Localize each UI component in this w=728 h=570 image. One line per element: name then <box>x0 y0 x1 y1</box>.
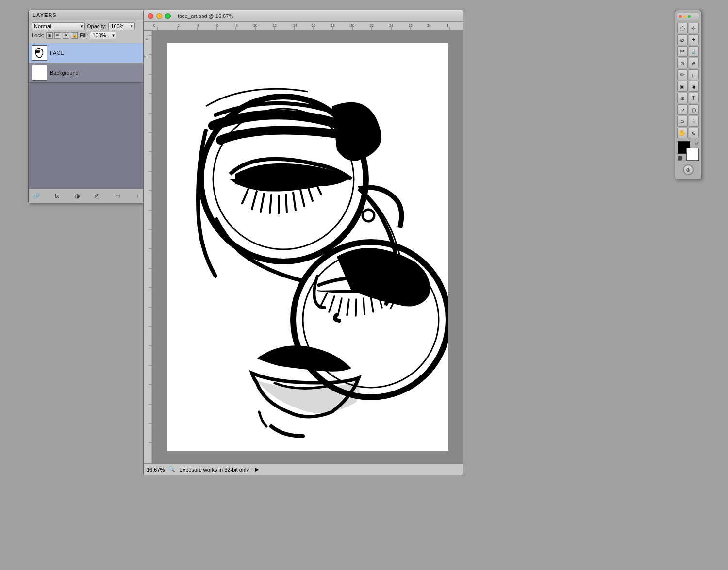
gradient-tool[interactable]: ▣ <box>677 81 688 92</box>
face-artwork-svg <box>167 43 448 451</box>
svg-rect-2 <box>152 22 463 31</box>
canvas-title: face_art.psd @ 16.67% <box>178 13 233 19</box>
svg-text:22: 22 <box>370 24 374 27</box>
svg-text:12: 12 <box>273 24 277 27</box>
ruler-top: 0 2 4 6 8 10 12 14 16 18 20 <box>152 22 463 31</box>
quick-mask-icon: ◎ <box>686 167 690 172</box>
tools-panel: ◌ ⊹ ⌀ ✦ ✂ 🔬 ⊙ ⊕ ✏ ◻ ▣ ◉ ⊞ T ↗ ▢ ⊃ ⌇ ✋ ⊕ … <box>675 10 701 179</box>
tools-minimize[interactable] <box>683 15 686 18</box>
opacity-label: Opacity: <box>87 23 106 29</box>
zoom-tool[interactable]: ⊕ <box>689 128 699 138</box>
tool-row-6: ▣ ◉ <box>677 81 699 92</box>
status-message: Exposure works in 32-bit only <box>179 467 249 472</box>
tool-row-2: ⌀ ✦ <box>677 34 699 45</box>
fill-input[interactable] <box>90 32 116 39</box>
path-select-tool[interactable]: ↗ <box>677 104 688 115</box>
brush-tool[interactable]: ✏ <box>677 69 688 80</box>
svg-text:16: 16 <box>312 24 315 27</box>
svg-text:14: 14 <box>293 24 297 27</box>
svg-text:8: 8 <box>236 24 238 27</box>
fill-label: Fill: <box>80 33 88 38</box>
tool-row-5: ✏ ◻ <box>677 69 699 80</box>
lock-pixels[interactable]: ✏ <box>54 32 61 39</box>
ruler-corner <box>144 22 152 31</box>
zoom-level: 16.67% <box>147 467 165 472</box>
canvas-document[interactable] <box>152 31 463 463</box>
svg-point-1 <box>36 50 40 53</box>
layers-panel-title: LAYERS <box>33 12 57 18</box>
blur-tool[interactable]: ◉ <box>689 81 699 92</box>
eyedropper-tool[interactable]: 🔬 <box>689 46 699 57</box>
eraser-tool[interactable]: ◻ <box>689 69 699 80</box>
fill-wrapper: ▼ <box>90 32 116 39</box>
tool-row-4: ⊙ ⊕ <box>677 58 699 68</box>
svg-text:3: 3 <box>447 24 448 27</box>
tools-close[interactable] <box>679 15 682 18</box>
freeform-pen-tool[interactable]: ⌇ <box>689 116 699 127</box>
svg-rect-36 <box>144 31 152 463</box>
layer-group-button[interactable]: ▭ <box>113 191 122 201</box>
blend-mode-select[interactable]: Normal Multiply Screen <box>32 22 85 30</box>
lock-label: Lock: <box>32 33 44 38</box>
svg-text:2: 2 <box>178 24 180 27</box>
svg-text:0: 0 <box>145 38 149 40</box>
pen-tool[interactable]: ⊃ <box>677 116 688 127</box>
crop-tool[interactable]: ✂ <box>677 46 688 57</box>
minimize-button[interactable] <box>156 13 162 19</box>
tools-titlebar <box>677 13 699 20</box>
dodge-tool[interactable]: ⊞ <box>677 93 688 103</box>
tool-row-1: ◌ ⊹ <box>677 23 699 33</box>
background-color[interactable] <box>686 148 699 161</box>
layer-effects-button[interactable]: fx <box>52 191 62 201</box>
canvas-white-area <box>167 43 448 451</box>
svg-text:6: 6 <box>216 24 218 27</box>
svg-text:0: 0 <box>153 24 155 27</box>
zoom-icon[interactable]: 🔍 <box>168 466 175 472</box>
tool-row-3: ✂ 🔬 <box>677 46 699 57</box>
status-arrow[interactable]: ▶ <box>255 466 259 472</box>
lock-transparency[interactable]: ▣ <box>46 32 53 39</box>
svg-text:20: 20 <box>350 24 354 27</box>
shape-tool[interactable]: ▢ <box>689 104 699 115</box>
adjustment-layer-button[interactable]: ◎ <box>92 191 102 201</box>
layer-thumbnail-face <box>32 45 47 61</box>
marquee-elliptical-tool[interactable]: ◌ <box>677 23 688 33</box>
close-button[interactable] <box>148 13 153 19</box>
magic-wand-tool[interactable]: ✦ <box>689 34 699 45</box>
reset-colors[interactable]: ⬛ <box>678 156 682 161</box>
lock-icons: ▣ ✏ ✥ 🔒 <box>46 32 78 39</box>
layer-mask-button[interactable]: ◑ <box>72 191 82 201</box>
canvas-area: face_art.psd @ 16.67% 0 2 4 6 8 10 1 <box>143 10 463 475</box>
layer-thumbnail-bg <box>32 65 47 81</box>
maximize-button[interactable] <box>165 13 171 19</box>
opacity-wrapper: ▼ <box>108 22 135 30</box>
lock-position[interactable]: ✥ <box>63 32 69 39</box>
ruler-left: 0 4 <box>144 31 152 463</box>
svg-text:26: 26 <box>409 24 413 27</box>
lock-all[interactable]: 🔒 <box>71 32 78 39</box>
svg-text:18: 18 <box>331 24 335 27</box>
ruler-top-svg: 0 2 4 6 8 10 12 14 16 18 20 <box>152 22 463 31</box>
color-swatches: ⬛ ⇄ <box>678 141 699 161</box>
clone-stamp-tool[interactable]: ⊕ <box>689 58 699 68</box>
svg-text:4: 4 <box>144 56 147 58</box>
type-tool[interactable]: T <box>689 93 699 103</box>
lasso-tool[interactable]: ⌀ <box>677 34 688 45</box>
svg-text:4: 4 <box>197 24 199 27</box>
healing-brush-tool[interactable]: ⊙ <box>677 58 688 68</box>
svg-text:28: 28 <box>427 24 431 27</box>
swap-colors[interactable]: ⇄ <box>695 141 699 146</box>
quick-mask-button[interactable]: ◎ <box>683 164 694 175</box>
face-thumbnail-svg <box>33 46 46 60</box>
link-layers-button[interactable]: 🔗 <box>32 191 41 201</box>
hand-tool[interactable]: ✋ <box>677 128 688 138</box>
tools-maximize[interactable] <box>688 15 691 18</box>
marquee-tool[interactable]: ⊹ <box>689 23 699 33</box>
layer-name-background: Background <box>50 70 153 76</box>
tool-row-9: ⊃ ⌇ <box>677 116 699 127</box>
canvas-titlebar: face_art.psd @ 16.67% <box>144 10 463 22</box>
svg-text:10: 10 <box>253 24 257 27</box>
opacity-input[interactable] <box>108 22 135 30</box>
new-layer-button[interactable]: ＋ <box>133 191 143 201</box>
tool-row-8: ↗ ▢ <box>677 104 699 115</box>
